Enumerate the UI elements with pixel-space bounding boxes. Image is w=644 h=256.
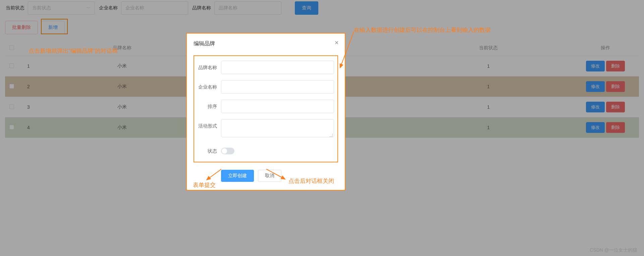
submit-button[interactable]: 立即创建: [221, 170, 254, 182]
page-root: 当前状态 当前状态 ﹀ 企业名称 企业名称 品牌名称 品牌名称 查询 批量删除 …: [0, 0, 644, 256]
edit-brand-dialog: 编辑品牌 ✕ 品牌名称 企业名称 排序 活动形式: [187, 34, 345, 190]
form-label-company: 企业名称: [198, 80, 221, 94]
status-switch[interactable]: [221, 148, 234, 154]
dialog-footer: 立即创建 取消: [194, 170, 338, 182]
activity-textarea[interactable]: [221, 119, 334, 137]
resize-handle-icon: [329, 134, 333, 137]
form-label-order: 排序: [198, 100, 221, 113]
brand-name-input[interactable]: [221, 61, 334, 74]
close-icon[interactable]: ✕: [334, 40, 339, 46]
watermark: CSDN @一位女士的猫: [590, 247, 637, 253]
dialog-title: 编辑品牌: [194, 40, 338, 47]
cancel-button[interactable]: 取消: [258, 170, 281, 182]
form-highlight-box: 品牌名称 企业名称 排序 活动形式: [194, 55, 338, 162]
company-name-input[interactable]: [221, 80, 334, 94]
form-label-brand: 品牌名称: [198, 61, 221, 74]
dialog-highlight-box: 编辑品牌 ✕ 品牌名称 企业名称 排序 活动形式: [186, 33, 345, 191]
order-input[interactable]: [221, 100, 334, 113]
form-label-activity: 活动形式: [198, 119, 221, 133]
form-label-status: 状态: [198, 148, 221, 154]
